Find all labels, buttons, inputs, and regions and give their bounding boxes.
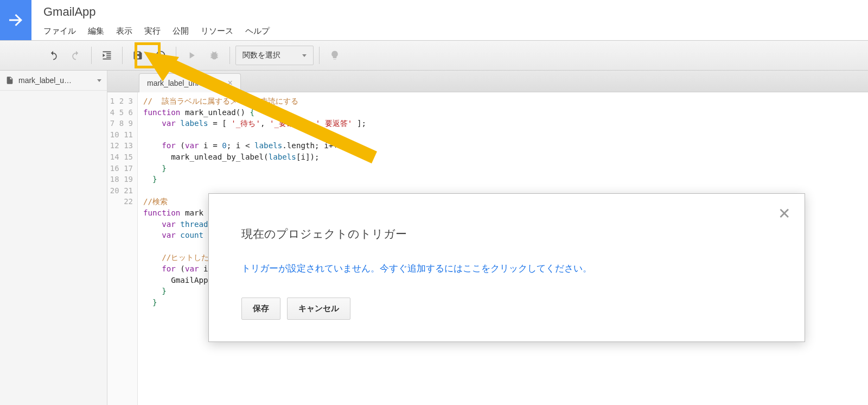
- triggers-button[interactable]: [151, 46, 170, 65]
- toolbar-divider: [319, 47, 320, 64]
- indent-button[interactable]: [97, 46, 117, 65]
- save-button[interactable]: [128, 46, 148, 65]
- function-select-dropdown[interactable]: 関数を選択: [235, 46, 314, 65]
- menu-publish[interactable]: 公開: [173, 26, 189, 36]
- toolbar-divider: [91, 47, 92, 64]
- document-icon: [5, 76, 14, 85]
- line-gutter: 1 2 3 4 5 6 7 8 9 10 11 12 13 14 15 16 1…: [107, 92, 138, 405]
- dialog-close-button[interactable]: ✕: [778, 205, 790, 223]
- dialog-cancel-button[interactable]: キャンセル: [287, 298, 350, 320]
- tab-label: mark_label_unread.gs: [147, 79, 222, 87]
- lightbulb-icon: [329, 50, 340, 61]
- undo-button[interactable]: [43, 46, 63, 65]
- save-icon: [132, 50, 143, 61]
- dialog-save-button[interactable]: 保存: [241, 298, 280, 320]
- close-icon[interactable]: ×: [228, 78, 233, 88]
- toolbar: 関数を選択: [0, 40, 868, 71]
- menu-edit[interactable]: 編集: [88, 26, 104, 36]
- clock-icon: [155, 50, 166, 61]
- undo-icon: [48, 50, 59, 61]
- title-bar: GmailApp: [0, 0, 868, 24]
- lightbulb-button[interactable]: [325, 46, 344, 65]
- toolbar-divider: [176, 47, 176, 64]
- bug-icon: [209, 50, 220, 61]
- menu-resource[interactable]: リソース: [201, 26, 233, 36]
- function-select-label: 関数を選択: [242, 50, 280, 60]
- menu-file[interactable]: ファイル: [43, 26, 76, 36]
- file-name-label: mark_label_u…: [18, 76, 72, 85]
- dialog-button-row: 保存 キャンセル: [241, 298, 772, 320]
- indent-icon: [101, 50, 112, 61]
- run-button[interactable]: [182, 46, 201, 65]
- menu-run[interactable]: 実行: [144, 26, 161, 36]
- arrow-right-icon: [6, 10, 25, 30]
- play-icon: [186, 50, 197, 61]
- dialog-title: 現在のプロジェクトのトリガー: [241, 226, 772, 242]
- redo-icon: [71, 50, 81, 61]
- debug-button[interactable]: [205, 46, 224, 65]
- dialog-add-trigger-link[interactable]: トリガーが設定されていません。今すぐ追加するにはここをクリックしてください。: [241, 262, 772, 275]
- file-entry[interactable]: mark_label_u…: [0, 71, 107, 91]
- caret-down-icon: [302, 54, 307, 57]
- toolbar-divider: [122, 47, 123, 64]
- tab-bar: mark_label_unread.gs ×: [107, 71, 868, 92]
- caret-down-icon: [97, 79, 101, 82]
- menu-view[interactable]: 表示: [116, 26, 132, 36]
- menu-bar: ファイル 編集 表示 実行 公開 リソース ヘルプ: [43, 24, 868, 40]
- redo-button[interactable]: [66, 46, 86, 65]
- menu-help[interactable]: ヘルプ: [245, 26, 270, 36]
- app-title: GmailApp: [43, 5, 96, 19]
- sidebar: mark_label_u…: [0, 71, 107, 405]
- tab-active[interactable]: mark_label_unread.gs ×: [139, 73, 241, 92]
- triggers-dialog: ✕ 現在のプロジェクトのトリガー トリガーが設定されていません。今すぐ追加するに…: [208, 193, 805, 342]
- toolbar-divider: [229, 47, 230, 64]
- app-logo[interactable]: [0, 0, 31, 40]
